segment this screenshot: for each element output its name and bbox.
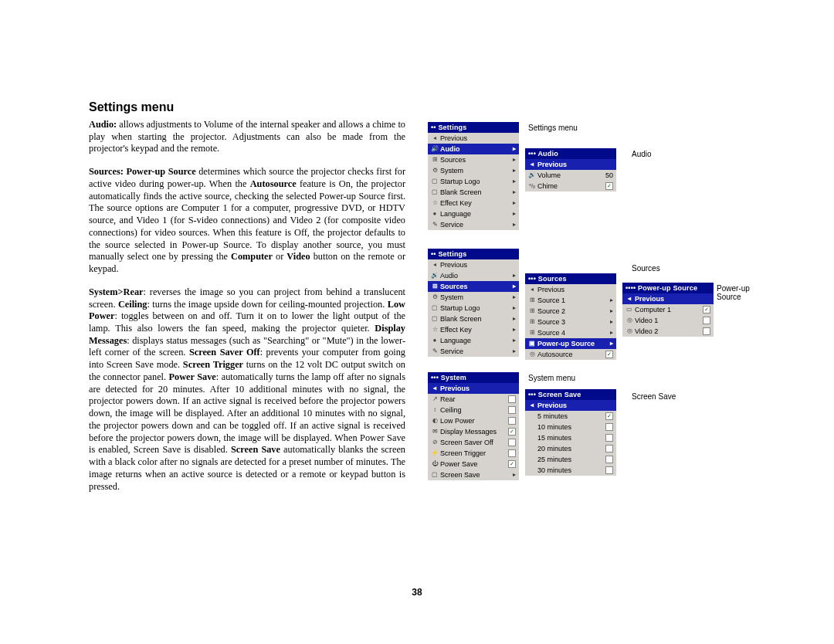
menu-item-label: Screen Saver Off (440, 437, 508, 448)
checkbox-icon[interactable] (605, 456, 613, 463)
checkbox-icon[interactable] (703, 327, 710, 335)
menu-item[interactable]: ⊞Sources▸ (428, 281, 519, 292)
menu-item[interactable]: ◐Low Power (428, 415, 519, 426)
menu-item[interactable]: ⊞Source 3▸ (525, 317, 616, 327)
menu-item[interactable]: ✎Service▸ (428, 346, 519, 357)
menu-item[interactable]: ◂Previous (428, 383, 519, 394)
paragraph-sources: Sources: Power-up Source determines whic… (89, 166, 405, 276)
menu-item[interactable]: ᵃ/ᵦChime✓ (525, 181, 616, 192)
menu-item[interactable]: 20 minutes (525, 443, 616, 454)
checkbox-icon[interactable]: ✓ (605, 351, 613, 358)
caption-audio: Audio (632, 150, 652, 158)
text-column: Settings menu Audio: allows adjustments … (89, 100, 405, 503)
menu-item[interactable]: ◂Previous (525, 284, 616, 295)
menu-item[interactable]: ▢Blank Screen▸ (428, 187, 519, 198)
menu-item-label: Language (440, 208, 508, 219)
submenu-arrow-icon: ▸ (508, 176, 516, 187)
menu-item[interactable]: ☆Effect Key▸ (428, 324, 519, 335)
menu-item[interactable]: ⏻Power Save✓ (428, 459, 519, 469)
menu-item[interactable]: ◂Previous (525, 400, 616, 411)
menu-item[interactable]: ◂Previous (428, 133, 519, 144)
menu-item[interactable]: ☆Effect Key▸ (428, 198, 519, 208)
menu-item[interactable]: 🔊Audio▸ (428, 144, 519, 154)
menu-item[interactable]: ⊞Source 4▸ (525, 327, 616, 338)
checkbox-icon[interactable] (605, 423, 613, 431)
menu-item-icon: ● (429, 336, 440, 345)
menu-item-icon: ▭ (624, 305, 635, 314)
menu-item[interactable]: 5 minutes✓ (525, 411, 616, 422)
checkbox-icon[interactable] (605, 445, 613, 452)
checkbox-icon[interactable]: ✓ (508, 428, 516, 436)
menu-item[interactable]: 10 minutes (525, 422, 616, 432)
checkbox-icon[interactable] (508, 417, 516, 425)
menu-item[interactable]: ●Language▸ (428, 208, 519, 219)
menu-item[interactable]: ↗Rear (428, 394, 519, 405)
submenu-arrow-icon: ▸ (508, 303, 516, 314)
checkbox-icon[interactable] (605, 466, 613, 474)
menu-item-label: 5 minutes (537, 411, 605, 422)
menu-item[interactable]: ▢Startup Logo▸ (428, 303, 519, 314)
menu-item-icon: ⊞ (429, 282, 440, 291)
menu-item-label: Blank Screen (440, 314, 508, 324)
menu-item-label: 10 minutes (537, 422, 605, 432)
submenu-arrow-icon: ▸ (508, 335, 516, 346)
menu-item-label: Previous (440, 383, 508, 394)
menu-item[interactable]: ▢Blank Screen▸ (428, 314, 519, 324)
menu-item[interactable]: ◂Previous (428, 259, 519, 270)
menu-item[interactable]: ⚙System▸ (428, 292, 519, 303)
menu-item[interactable]: ▭Computer 1✓ (622, 304, 714, 315)
checkbox-icon[interactable]: ✓ (605, 412, 613, 420)
menu-item-label: System (440, 292, 508, 303)
menu-item[interactable]: ◎Video 2 (622, 326, 714, 337)
checkbox-icon[interactable] (703, 317, 710, 324)
menu-item-label: Startup Logo (440, 303, 508, 314)
menu-item-icon: ⊞ (527, 296, 537, 305)
submenu-arrow-icon: ▸ (605, 306, 613, 317)
checkbox-icon[interactable]: ✓ (605, 182, 613, 190)
menu-item[interactable]: 25 minutes (525, 454, 616, 465)
menu-item-icon: ↕ (429, 405, 440, 415)
caption-screen-save: Screen Save (632, 392, 676, 401)
menu-item[interactable]: ⊞Source 1▸ (525, 295, 616, 306)
checkbox-icon[interactable]: ✓ (508, 460, 516, 468)
menu-item[interactable]: ▢Screen Save▸ (428, 469, 519, 480)
menu-item[interactable]: 🔊Audio▸ (428, 270, 519, 281)
menu-item-icon: ▢ (429, 188, 440, 197)
menu-item[interactable]: 🔊Volume50 (525, 170, 616, 181)
menu-item[interactable]: ●Language▸ (428, 335, 519, 346)
checkbox-icon[interactable]: ✓ (703, 306, 710, 314)
menu-item[interactable]: ▢Startup Logo▸ (428, 176, 519, 187)
menu-item[interactable]: ⊞Sources▸ (428, 154, 519, 165)
menu-item[interactable]: 30 minutes (525, 465, 616, 476)
menu-item[interactable]: ⊞Source 2▸ (525, 306, 616, 317)
menu-item[interactable]: ⚙System▸ (428, 165, 519, 176)
menu-item[interactable]: 15 minutes (525, 432, 616, 443)
menu-item[interactable]: ◂Previous (622, 293, 714, 304)
menu-item[interactable]: ◎Autosource✓ (525, 349, 616, 360)
menu-item[interactable]: ⚡Screen Trigger (428, 448, 519, 459)
checkbox-icon[interactable] (605, 434, 613, 442)
checkbox-icon[interactable] (508, 449, 516, 457)
menu-item-label: Autosource (537, 349, 605, 360)
menu-item-icon: ⊞ (527, 307, 537, 316)
menu-item-icon (527, 422, 537, 432)
menu-item-label: Source 2 (537, 306, 605, 317)
menu-sources: ••• Sources◂Previous⊞Source 1▸⊞Source 2▸… (525, 273, 616, 360)
menu-title: ••• Screen Save (525, 389, 616, 400)
menu-item-icon: 🔊 (429, 271, 440, 280)
checkbox-icon[interactable] (508, 439, 516, 446)
menu-item[interactable]: ◎Video 1 (622, 315, 714, 326)
menu-item-icon: ◎ (624, 316, 635, 325)
menu-item[interactable]: ✎Service▸ (428, 219, 519, 230)
submenu-arrow-icon: ▸ (605, 295, 613, 306)
checkbox-icon[interactable] (508, 395, 516, 403)
menu-item-icon (527, 466, 537, 475)
menu-item-icon: ⊘ (429, 438, 440, 447)
menu-item[interactable]: ↕Ceiling (428, 405, 519, 415)
checkbox-icon[interactable] (508, 406, 516, 414)
menu-item[interactable]: ⊘Screen Saver Off (428, 437, 519, 448)
menu-item[interactable]: ◂Previous (525, 159, 616, 170)
menu-item[interactable]: ▣Power-up Source▸ (525, 338, 616, 349)
menu-item[interactable]: ✉Display Messages✓ (428, 426, 519, 437)
menu-title: ••• Sources (525, 273, 616, 284)
